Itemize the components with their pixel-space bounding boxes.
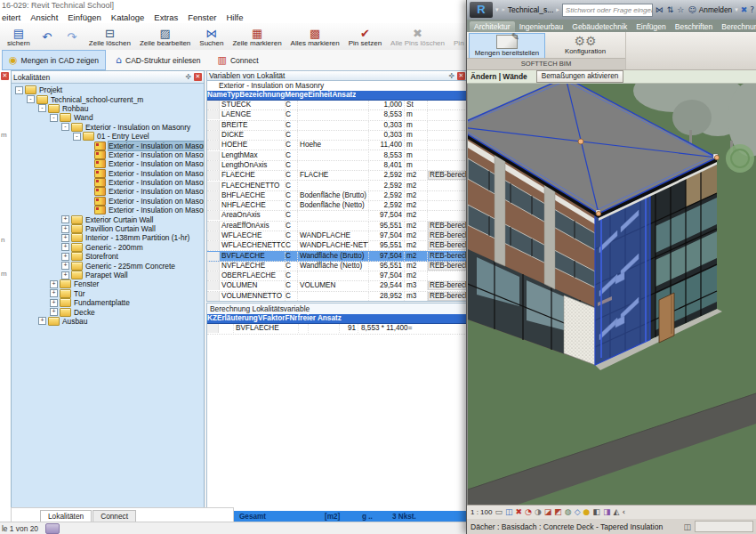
cad-toolbar-button[interactable]: ◉ Mengen in CAD zeigen — [2, 50, 106, 70]
row-selector[interactable] — [207, 171, 220, 180]
tree-item[interactable]: Exterior - Insulation on Masonry — [12, 150, 204, 159]
pin-icon[interactable]: ✜ — [185, 73, 191, 81]
chevron-down-icon[interactable]: ▾ — [735, 6, 738, 13]
expand-collapse-icon[interactable]: + — [50, 289, 58, 297]
close-icon[interactable]: ✕ — [194, 73, 202, 81]
table-row[interactable]: LengthOnAxis C 8,401 m — [207, 161, 467, 171]
row-selector[interactable] — [207, 182, 220, 190]
column-header[interactable]: Bezeichnung — [239, 91, 285, 100]
expand-collapse-icon[interactable]: + — [61, 271, 69, 279]
table-row[interactable]: VOLUMEN C VOLUMEN 29,544 m3 REB-berechne… — [207, 281, 467, 291]
tree-item[interactable]: Exterior - Insulation on Masonry — [12, 178, 204, 187]
expand-collapse-icon[interactable]: + — [61, 225, 69, 233]
expand-collapse-icon[interactable]: - — [61, 123, 69, 131]
close-icon[interactable]: ✕ — [1, 72, 9, 80]
tree-item[interactable]: - 01 - Entry Level — [12, 132, 204, 141]
column-header[interactable]: Erläuterung — [217, 314, 258, 323]
column-header[interactable]: freier Ansatz — [297, 314, 341, 323]
menu-item[interactable]: Hilfe — [226, 12, 243, 22]
tree-item[interactable]: + Storefront — [12, 252, 204, 261]
tree-item[interactable]: - Projekt — [12, 85, 204, 94]
tree-item[interactable]: + Generic - 225mm Concrete — [12, 261, 204, 270]
table-row[interactable]: BVFLAECHE 91 8,553 * 11,400= — [207, 324, 467, 334]
tree-item[interactable]: Exterior - Insulation on Masonry — [12, 169, 204, 178]
tree-item[interactable]: + Exterior Curtain Wall — [12, 214, 204, 223]
row-selector[interactable] — [207, 101, 220, 109]
row-selector[interactable] — [207, 281, 220, 290]
row-selector[interactable] — [207, 131, 220, 140]
row-selector[interactable] — [207, 292, 220, 301]
menu-item[interactable]: Ansicht — [30, 12, 58, 22]
table-row[interactable]: DICKE C 0,303 m — [207, 131, 467, 141]
ribbon-tab[interactable]: Gebäudetechnik — [567, 21, 631, 32]
view-control-icon[interactable]: ◭ — [613, 508, 619, 516]
expand-collapse-icon[interactable]: - — [27, 95, 35, 103]
toolbar-button[interactable]: ↶ — [35, 30, 60, 43]
tree-item[interactable]: Exterior - Insulation on Masonry — [12, 197, 204, 206]
table-row[interactable]: NVFLAECHE C Wandfläche (Netto) 95,551 m2… — [207, 262, 467, 271]
tree-item[interactable]: Exterior - Insulation on Masonry — [12, 187, 204, 196]
scale-label[interactable]: 1 : 100 — [470, 508, 492, 516]
roof-grip-dot[interactable] — [714, 155, 719, 159]
roof-grip-dot[interactable] — [596, 211, 600, 215]
row-selector[interactable] — [207, 191, 220, 200]
table-row[interactable]: HOEHE C Hoehe 11,400 m — [207, 141, 467, 150]
view-control-icon[interactable]: ◑ — [535, 508, 542, 516]
table-row[interactable]: VOLUMENNETTO C 28,952 m3 REB-berechnet — [207, 292, 467, 302]
toolbar-button[interactable]: ⋈ Suchen — [195, 27, 228, 47]
tree-item[interactable]: + Fenster — [12, 279, 204, 288]
tree-item[interactable]: Exterior - Insulation on Masonry — [12, 206, 204, 214]
column-header[interactable]: KZ — [207, 314, 217, 323]
mengen-bereitstellen-button[interactable]: Mengen bereitstellen — [469, 33, 545, 61]
row-selector[interactable] — [207, 141, 220, 150]
view-control-icon[interactable]: ▭ — [495, 508, 503, 516]
expand-collapse-icon[interactable]: + — [38, 317, 46, 325]
tree-item[interactable]: + Pavillion Curtain Wall — [12, 224, 204, 233]
view-control-icon[interactable]: ◍ — [565, 508, 572, 516]
expand-collapse-icon[interactable]: - — [73, 133, 81, 141]
table-row[interactable]: FLAECHENETTO C 2,592 m2 — [207, 181, 467, 190]
ribbon-tab[interactable]: Beschriften — [671, 21, 718, 32]
ribbon-tab[interactable]: Architektur — [470, 21, 515, 32]
toolbar-button[interactable]: ▨ Zeile bearbeiten — [135, 27, 195, 47]
cad-toolbar-button[interactable]: ⌂ CAD-Struktur einlesen — [109, 50, 208, 70]
toolbar-button[interactable]: ▩ Alles markieren — [286, 27, 344, 47]
konfiguration-button[interactable]: ⚙⚙ Konfiguration — [547, 33, 623, 61]
view-control-icon[interactable]: ◫ — [505, 508, 513, 516]
row-selector[interactable] — [207, 324, 219, 333]
table-row[interactable]: BHFLAECHE C Bodenfläche (Brutto) 2,592 m… — [207, 191, 467, 201]
view-control-icon[interactable]: ◩ — [554, 508, 562, 516]
exchange-apps-icon[interactable]: ✖ — [741, 5, 748, 14]
menu-item[interactable]: eitert — [2, 12, 20, 22]
menu-item[interactable]: Fenster — [188, 12, 216, 22]
dock-tab[interactable]: Lokalitäten — [40, 510, 92, 522]
row-selector[interactable] — [207, 161, 220, 170]
cad-toolbar-button[interactable]: ▥ Connect — [211, 50, 266, 70]
tree-item[interactable]: - Exterior - Insulation on Masonry — [12, 123, 204, 132]
table-row[interactable]: WFLAECHENETTO C WANDFLÄCHE-NETTO 95,551 … — [207, 241, 467, 251]
column-header[interactable]: Typ — [227, 91, 239, 100]
row-selector[interactable] — [207, 222, 220, 231]
toolbar-button[interactable]: ▤ sichern — [3, 27, 35, 47]
expand-collapse-icon[interactable]: + — [61, 243, 69, 251]
pin-icon[interactable]: ✜ — [448, 72, 454, 80]
toolbar-button[interactable]: ⊟ Zeile löschen — [84, 27, 135, 47]
column-header[interactable]: Faktor — [262, 314, 285, 323]
row-selector[interactable] — [207, 201, 220, 210]
view-control-icon[interactable]: ✖ — [516, 508, 523, 516]
titlebar-icon[interactable]: ⋈ — [655, 5, 664, 14]
view-control-icon[interactable]: ◧ — [592, 508, 600, 516]
view-control-icon[interactable]: ‹ — [622, 508, 625, 516]
view-control-icon[interactable]: ◨ — [603, 508, 611, 516]
row-selector[interactable] — [207, 252, 220, 261]
expand-collapse-icon[interactable]: + — [61, 234, 69, 242]
ribbon-tab[interactable]: Ingenieurbau — [515, 21, 568, 32]
toolbar-button[interactable]: ✖ Alle Pins löschen — [386, 27, 449, 47]
menu-item[interactable]: Extras — [154, 12, 178, 22]
ribbon-tab[interactable]: Einfügen — [631, 21, 671, 32]
expand-collapse-icon[interactable]: + — [61, 215, 69, 223]
tree-item[interactable]: - Rohbau — [12, 104, 204, 113]
revit-logo-icon[interactable]: R — [470, 2, 493, 18]
tree-item[interactable]: - Technical_school-current_m — [12, 94, 204, 103]
tree-item[interactable]: + Generic - 200mm — [12, 243, 204, 252]
